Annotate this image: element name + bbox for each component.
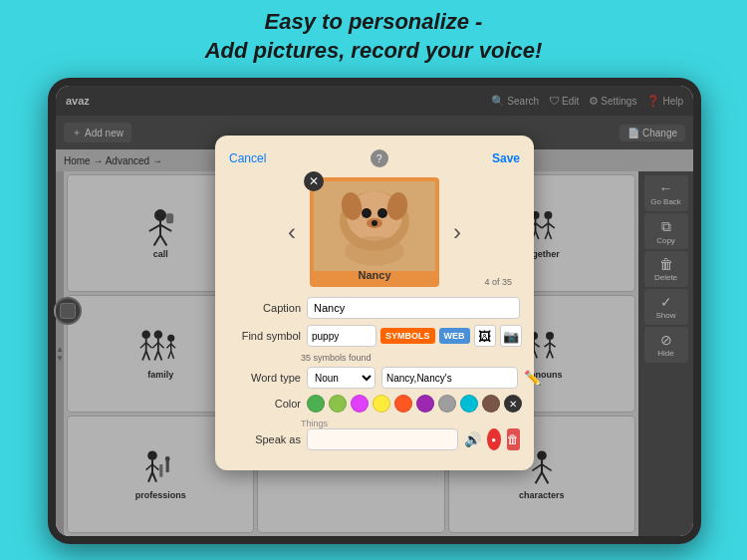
symbols-found-text: 35 symbols found	[301, 353, 520, 363]
edit-symbol-modal: Cancel ? Save ‹ ✕	[215, 136, 534, 470]
word-type-select[interactable]: Noun Verb Adjective	[307, 367, 375, 389]
modal-overlay: Cancel ? Save ‹ ✕	[56, 86, 693, 536]
clear-color-button[interactable]: ✕	[504, 395, 522, 413]
prev-image-button[interactable]: ‹	[282, 212, 302, 252]
speak-as-label: Speak as	[229, 433, 301, 445]
speaker-icon[interactable]: 🔊	[464, 428, 481, 450]
things-label: Things	[301, 419, 520, 428]
save-button[interactable]: Save	[492, 151, 520, 165]
color-label: Color	[229, 398, 301, 410]
word-type-row: Word type Noun Verb Adjective ✏️	[229, 367, 520, 389]
remove-image-button[interactable]: ✕	[304, 171, 324, 191]
speak-as-input[interactable]	[307, 428, 458, 450]
find-symbol-label: Find symbol	[229, 330, 301, 342]
camera-button[interactable]: 📷	[500, 325, 522, 347]
color-swatch-yellow[interactable]	[373, 395, 390, 413]
header-section: Easy to personalize - Add pictures, reco…	[0, 8, 747, 65]
color-swatches: ✕	[307, 395, 522, 413]
find-symbol-row: Find symbol SYMBOLS WEB 🖼 📷	[229, 325, 520, 347]
word-type-controls: Noun Verb Adjective ✏️	[307, 367, 541, 389]
record-button[interactable]: ●	[487, 428, 501, 450]
caption-row: Caption	[229, 297, 520, 319]
caption-label: Caption	[229, 302, 301, 314]
find-symbol-input[interactable]	[307, 325, 376, 347]
puppy-image	[314, 181, 435, 271]
color-row: Color ✕	[229, 395, 520, 413]
word-forms-input[interactable]	[381, 367, 518, 389]
tablet-frame: avaz 🔍 Search 🛡 Edit ⚙ Settings ❓ Help	[48, 78, 701, 544]
color-swatch-purple[interactable]	[351, 395, 369, 413]
svg-point-68	[377, 208, 387, 218]
symbols-button[interactable]: SYMBOLS	[380, 328, 435, 344]
header-title: Easy to personalize - Add pictures, reco…	[0, 8, 747, 65]
word-type-label: Word type	[229, 372, 301, 384]
cancel-button[interactable]: Cancel	[229, 151, 266, 165]
svg-point-73	[345, 236, 404, 266]
color-swatch-lime[interactable]	[329, 395, 347, 413]
color-swatch-orange[interactable]	[394, 395, 412, 413]
speak-as-row: Speak as 🔊 ● 🗑	[229, 428, 520, 450]
header-line1: Easy to personalize -	[265, 9, 483, 34]
color-swatch-green[interactable]	[307, 395, 325, 413]
image-frame: Nancy	[310, 177, 439, 287]
next-image-button[interactable]: ›	[447, 212, 467, 252]
svg-point-70	[372, 220, 377, 226]
web-button[interactable]: WEB	[439, 328, 470, 344]
header-line2: Add pictures, record your voice!	[205, 38, 543, 63]
image-name-label: Nancy	[314, 269, 435, 281]
color-swatch-deep-purple[interactable]	[416, 395, 434, 413]
photo-library-button[interactable]: 🖼	[474, 325, 496, 347]
record-icon: ●	[491, 435, 496, 444]
delete-audio-button[interactable]: 🗑	[507, 428, 521, 450]
image-container: ✕	[310, 177, 439, 287]
help-icon[interactable]: ?	[371, 149, 388, 167]
trash-icon: 🗑	[507, 432, 519, 446]
color-swatch-cyan[interactable]	[460, 395, 478, 413]
find-symbol-controls: SYMBOLS WEB 🖼 📷	[307, 325, 522, 347]
color-swatch-gray[interactable]	[438, 395, 456, 413]
modal-header: Cancel ? Save	[229, 149, 520, 167]
svg-point-67	[362, 208, 372, 218]
tablet-screen: avaz 🔍 Search 🛡 Edit ⚙ Settings ❓ Help	[56, 86, 693, 536]
color-swatch-brown[interactable]	[482, 395, 500, 413]
caption-input[interactable]	[307, 297, 520, 319]
image-section: ‹ ✕	[229, 177, 520, 287]
edit-word-forms-icon[interactable]: ✏️	[524, 370, 541, 386]
image-counter: 4 of 35	[484, 277, 512, 287]
